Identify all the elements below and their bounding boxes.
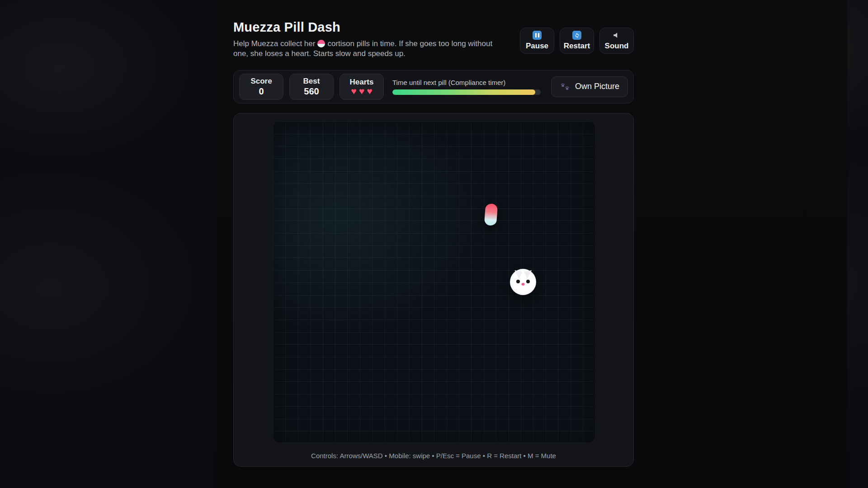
muezza-cat bbox=[510, 269, 536, 295]
hearts-card: Hearts ♥ ♥ ♥ bbox=[340, 74, 384, 100]
cat-eye-left bbox=[516, 280, 520, 283]
best-label: Best bbox=[303, 77, 320, 86]
score-label: Score bbox=[250, 77, 272, 86]
cat-nose bbox=[522, 283, 525, 286]
heart-icon: ♥ bbox=[359, 86, 364, 96]
timer-track bbox=[392, 89, 541, 95]
app-column: Muezza Pill Dash Help Muezza collect her… bbox=[216, 0, 847, 488]
own-picture-label: Own Picture bbox=[575, 82, 619, 91]
hearts-label: Hearts bbox=[350, 78, 374, 87]
sound-button[interactable]: Sound bbox=[599, 28, 634, 54]
cat-eye-right bbox=[526, 280, 530, 283]
cat-ear-right bbox=[524, 270, 532, 279]
speaker-icon bbox=[612, 31, 621, 40]
heart-icon: ♥ bbox=[367, 86, 372, 96]
app-content: Muezza Pill Dash Help Muezza collect her… bbox=[233, 0, 634, 467]
restart-icon bbox=[572, 31, 581, 40]
timer-label: Time until next pill (Compliance timer) bbox=[392, 79, 541, 86]
stats-bar: Score 0 Best 560 Hearts ♥ ♥ ♥ Time un bbox=[233, 70, 634, 103]
stage: Muezza Pill Dash Help Muezza collect her… bbox=[0, 0, 868, 488]
header: Muezza Pill Dash Help Muezza collect her… bbox=[233, 20, 634, 59]
top-buttons: Pause Restart Sound bbox=[520, 28, 634, 54]
own-picture-button[interactable]: Own Picture bbox=[551, 76, 628, 97]
cat-ear-left bbox=[514, 270, 522, 279]
controls-hint: Controls: Arrows/WASD • Mobile: swipe • … bbox=[234, 452, 633, 460]
pill-emoji-icon bbox=[317, 40, 325, 47]
header-text: Muezza Pill Dash Help Muezza collect her… bbox=[233, 20, 506, 59]
pause-button-label: Pause bbox=[526, 42, 548, 51]
game-panel: Controls: Arrows/WASD • Mobile: swipe • … bbox=[233, 113, 634, 467]
paw-prints-icon bbox=[560, 82, 571, 91]
pill bbox=[484, 203, 498, 226]
description-part-1: Help Muezza collect her bbox=[233, 39, 315, 48]
page-title: Muezza Pill Dash bbox=[233, 20, 506, 35]
restart-button-label: Restart bbox=[564, 42, 590, 51]
pause-icon bbox=[533, 31, 542, 40]
game-board[interactable] bbox=[273, 122, 595, 442]
compliance-timer: Time until next pill (Compliance timer) bbox=[392, 79, 541, 95]
best-card: Best 560 bbox=[289, 74, 334, 100]
score-value: 0 bbox=[259, 86, 264, 97]
game-description: Help Muezza collect hercortison pills in… bbox=[233, 39, 506, 59]
restart-button[interactable]: Restart bbox=[560, 28, 594, 54]
best-value: 560 bbox=[304, 86, 319, 97]
sound-button-label: Sound bbox=[605, 42, 629, 51]
hearts-row: ♥ ♥ ♥ bbox=[351, 86, 372, 96]
timer-fill bbox=[392, 89, 535, 95]
pause-button[interactable]: Pause bbox=[520, 28, 554, 54]
heart-icon: ♥ bbox=[351, 86, 356, 96]
score-card: Score 0 bbox=[239, 74, 283, 100]
